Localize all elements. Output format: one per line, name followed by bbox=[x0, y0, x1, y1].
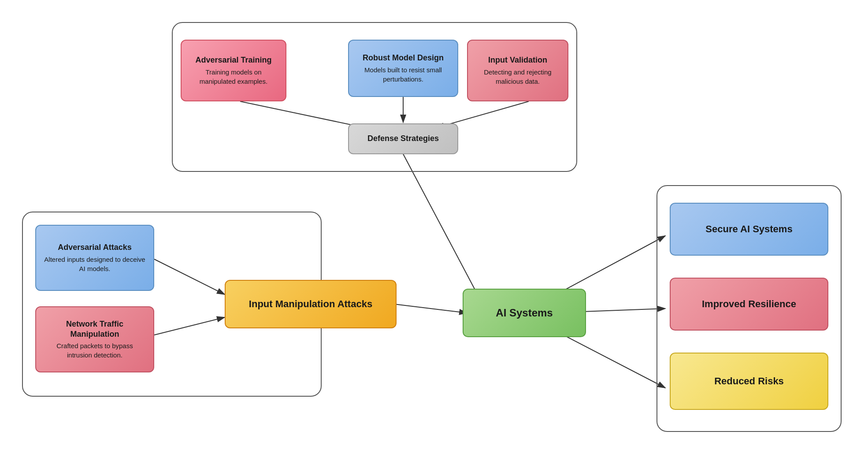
input-validation-desc: Detecting and rejecting malicious data. bbox=[475, 67, 560, 86]
defense-strategies-title: Defense Strategies bbox=[367, 134, 439, 144]
input-validation-box: Input Validation Detecting and rejecting… bbox=[467, 40, 568, 101]
adversarial-training-desc: Training models on manipulated examples. bbox=[189, 67, 278, 86]
ai-systems-center-box: AI Systems bbox=[463, 289, 586, 337]
svg-line-7 bbox=[394, 304, 467, 313]
adversarial-training-title: Adversarial Training bbox=[195, 55, 271, 65]
network-traffic-title: Network Traffic Manipulation bbox=[43, 319, 146, 340]
secure-ai-box: Secure AI Systems bbox=[670, 203, 828, 256]
network-traffic-box: Network Traffic Manipulation Crafted pac… bbox=[35, 306, 154, 372]
improved-resilience-title: Improved Resilience bbox=[702, 298, 796, 311]
improved-resilience-box: Improved Resilience bbox=[670, 278, 828, 331]
input-validation-title: Input Validation bbox=[488, 55, 547, 65]
adversarial-training-box: Adversarial Training Training models on … bbox=[181, 40, 286, 101]
input-manipulation-box: Input Manipulation Attacks bbox=[225, 280, 397, 328]
robust-model-title: Robust Model Design bbox=[363, 53, 444, 63]
network-traffic-desc: Crafted packets to bypass intrusion dete… bbox=[43, 341, 146, 360]
adversarial-attacks-box: Adversarial Attacks Altered inputs desig… bbox=[35, 225, 154, 291]
input-manipulation-title: Input Manipulation Attacks bbox=[249, 298, 372, 311]
robust-model-desc: Models built to resist small perturbatio… bbox=[356, 65, 450, 84]
reduced-risks-box: Reduced Risks bbox=[670, 353, 828, 410]
robust-model-design-box: Robust Model Design Models built to resi… bbox=[348, 40, 458, 97]
secure-ai-title: Secure AI Systems bbox=[705, 223, 792, 236]
adversarial-attacks-title: Adversarial Attacks bbox=[58, 242, 131, 253]
defense-strategies-box: Defense Strategies bbox=[348, 123, 458, 154]
ai-systems-title: AI Systems bbox=[496, 306, 553, 320]
svg-line-4 bbox=[401, 150, 480, 300]
diagram-container: Adversarial Training Training models on … bbox=[0, 0, 868, 476]
adversarial-attacks-desc: Altered inputs designed to deceive AI mo… bbox=[43, 255, 146, 273]
reduced-risks-title: Reduced Risks bbox=[714, 375, 784, 388]
